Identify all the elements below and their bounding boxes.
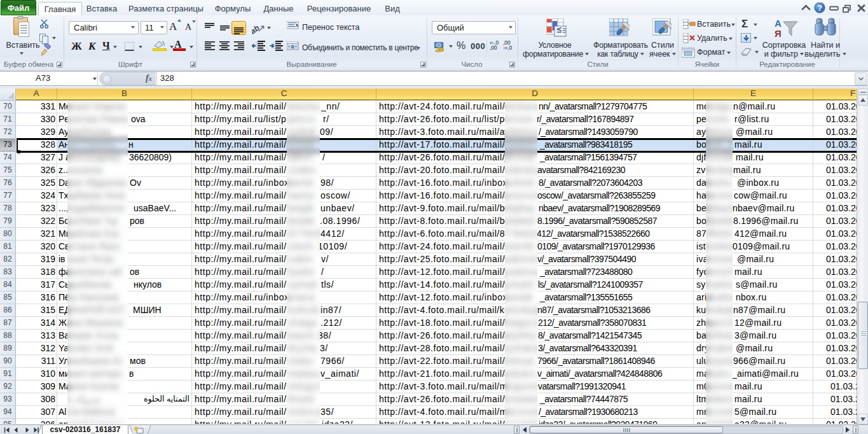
svg-text:ab: ab xyxy=(252,24,261,34)
svg-text:?: ? xyxy=(817,4,822,13)
svg-text:Я: Я xyxy=(775,28,782,39)
svg-text:А: А xyxy=(775,18,782,29)
svg-text:a: a xyxy=(291,43,294,50)
